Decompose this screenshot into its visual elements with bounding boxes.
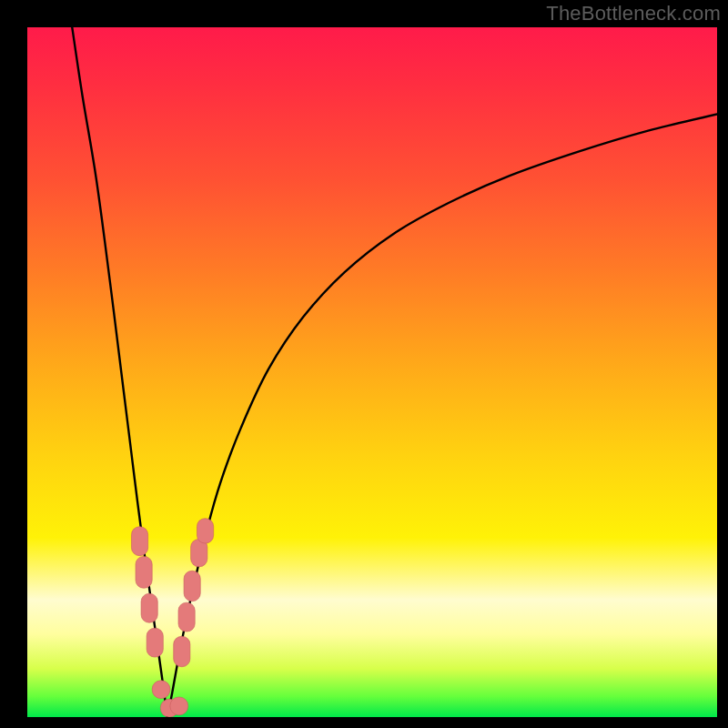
scatter-marker [147,628,163,657]
curve-layer [27,27,717,717]
scatter-marker [136,556,152,588]
scatter-marker [141,593,157,622]
scatter-marker [184,571,200,601]
scatter-marker [170,697,188,715]
chart-container: TheBottleneck.com [0,0,728,728]
plot-area [27,27,717,717]
scatter-marker [152,681,170,699]
scatter-marker [178,602,195,632]
curve-paths [72,27,717,717]
attribution-text: TheBottleneck.com [546,2,721,25]
scatter-marker [197,519,213,543]
curve-curve-right [167,115,717,717]
scatter-marker [131,527,147,556]
scatter-marker [174,636,190,666]
